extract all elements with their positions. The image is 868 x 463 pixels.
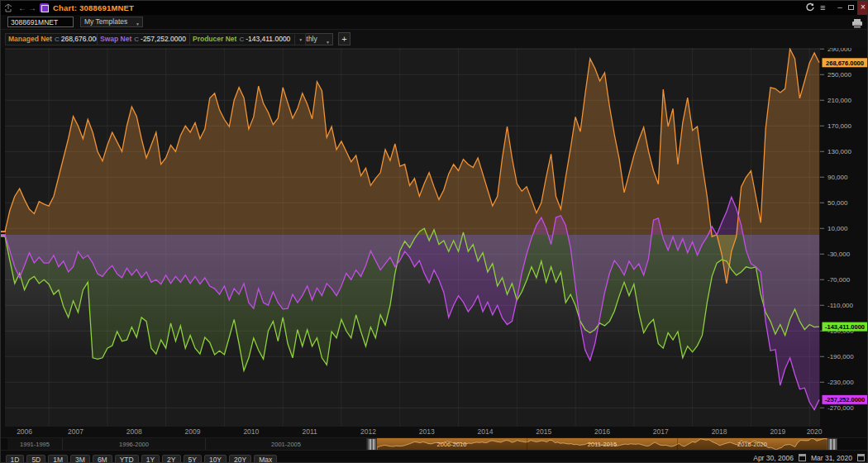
legend-series-value: -143,411.0000 <box>246 35 290 43</box>
y-axis-label: -230,000 <box>827 379 854 386</box>
legend-prefix: C <box>55 36 60 43</box>
menu-icon[interactable]: ≡ <box>820 3 825 12</box>
back-arrow-icon[interactable]: ← <box>18 3 26 12</box>
period-button-3m[interactable]: 3M <box>70 455 90 463</box>
chart-app-icon <box>40 3 49 12</box>
security-input[interactable] <box>7 17 74 27</box>
x-axis-year-label: 2018 <box>712 427 727 436</box>
chevron-down-icon[interactable]: ▼ <box>294 35 303 45</box>
main-chart[interactable]: 290,000250,000210,000170,000130,00090,00… <box>1 1 868 463</box>
y-axis-label: 90,000 <box>827 174 848 181</box>
x-axis-year-label: 2006 <box>17 427 32 436</box>
period-buttons: 1D5D1M3M6MYTD1Y2Y5Y10Y20YMax <box>4 451 279 463</box>
period-button-6m[interactable]: 6M <box>93 455 112 463</box>
templates-dropdown[interactable]: My Templates ▼ <box>80 17 143 27</box>
x-axis-year-label: 2020 <box>807 427 823 436</box>
y-axis-label: -30,000 <box>827 251 851 258</box>
window-title: Chart: 3088691MNET <box>53 3 134 12</box>
selector-segment-1996-2000[interactable]: 1996-2000 <box>63 438 206 451</box>
y-axis-label: -110,000 <box>827 302 854 309</box>
legend-prefix: C <box>239 36 244 43</box>
legend-item-swap-net[interactable]: Swap NetC-257,252.0000▼ <box>97 33 202 45</box>
period-button-1m[interactable]: 1M <box>48 455 68 463</box>
templates-label: My Templates <box>84 17 127 26</box>
restore-button[interactable] <box>846 1 857 15</box>
legend-row: Monthly ▼ + Managed NetC268,676.0000▼Swa… <box>1 30 868 48</box>
y-axis-label: 10,000 <box>827 225 848 232</box>
period-button-1y[interactable]: 1Y <box>141 455 160 463</box>
y-axis-label: 130,000 <box>827 148 851 155</box>
nav-row: My Templates ▼ <box>1 15 868 30</box>
legend-prefix: C <box>134 36 139 43</box>
y-axis-label: 250,000 <box>827 71 851 79</box>
chart-window: 290,000250,000210,000170,000130,00090,00… <box>0 0 868 463</box>
x-axis-year-label: 2009 <box>185 427 201 436</box>
y-axis-label: 50,000 <box>827 199 848 207</box>
end-date[interactable]: Mar 31, 2020 <box>811 454 852 462</box>
selector-grip-handle[interactable] <box>367 438 377 451</box>
x-axis-year-label: 2013 <box>419 427 435 436</box>
x-axis-year-label: 2016 <box>594 427 610 436</box>
selector-grip-handle[interactable] <box>827 438 837 451</box>
minimize-button[interactable]: – <box>834 1 846 15</box>
chevron-down-icon: ▼ <box>326 37 330 48</box>
calendar-icon[interactable] <box>857 454 865 461</box>
chevron-down-icon: ▼ <box>136 20 140 29</box>
selector-segment-1991-1995[interactable]: 1991-1995 <box>7 438 63 451</box>
selector-segment-2011-2015[interactable]: 2011-2015 <box>527 438 678 451</box>
x-axis-year-label: 2011 <box>302 427 317 436</box>
legend-series-value: -257,252.0000 <box>141 35 186 43</box>
y-axis-label: 170,000 <box>827 122 851 130</box>
selector-segment-2006-2010[interactable]: 2006-2010 <box>377 438 527 451</box>
title-bar: ← → Chart: 3088691MNET ≡ – × <box>1 1 868 15</box>
calendar-icon[interactable] <box>799 454 806 461</box>
x-axis-year-label: 2017 <box>653 427 669 436</box>
x-axis-year-label: 2012 <box>360 427 376 436</box>
last-value-label: -257,252.0000 <box>825 396 865 403</box>
refresh-icon[interactable] <box>805 2 815 14</box>
legend-item-producer-net[interactable]: Producer NetC-143,411.0000▼ <box>189 33 306 45</box>
legend-series-name: Managed Net <box>8 35 52 43</box>
period-button-5d[interactable]: 5D <box>26 455 45 463</box>
period-button-2y[interactable]: 2Y <box>162 455 180 463</box>
range-selector[interactable]: 1991-19951996-20002001-20052006-20102011… <box>1 437 868 450</box>
link-icon[interactable] <box>4 3 12 14</box>
close-button[interactable]: × <box>857 1 868 15</box>
x-axis-year-label: 2019 <box>770 427 785 436</box>
period-button-1d[interactable]: 1D <box>6 455 25 463</box>
y-axis-label: 210,000 <box>827 97 851 104</box>
last-value-label: 268,676.0000 <box>826 60 864 67</box>
date-range: Apr 30, 2006 Mar 31, 2020 <box>753 451 865 463</box>
last-value-label: -143,411.0000 <box>825 323 865 331</box>
legend-series-name: Swap Net <box>100 35 131 43</box>
forward-arrow-icon[interactable]: → <box>28 3 36 12</box>
period-button-10y[interactable]: 10Y <box>204 455 227 463</box>
add-series-button[interactable]: + <box>338 32 351 45</box>
selector-segment-2001-2005[interactable]: 2001-2005 <box>206 438 367 451</box>
y-axis-label: -270,000 <box>827 404 854 412</box>
x-axis-year-label: 2007 <box>68 427 83 436</box>
x-axis-year-label: 2015 <box>536 427 551 436</box>
y-axis-label: -70,000 <box>827 276 851 284</box>
bottom-toolbar: 1D5D1M3M6MYTD1Y2Y5Y10Y20YMax Apr 30, 200… <box>1 450 868 463</box>
period-button-ytd[interactable]: YTD <box>115 455 139 463</box>
legend-series-name: Producer Net <box>193 35 236 43</box>
x-axis-year-label: 2008 <box>126 427 142 436</box>
x-axis-year-label: 2010 <box>243 427 259 436</box>
x-axis-year-label: 2014 <box>478 427 494 436</box>
y-axis-label: -190,000 <box>827 353 854 360</box>
period-button-20y[interactable]: 20Y <box>229 455 251 463</box>
selector-segment-2016-2020[interactable]: 2016-2020 <box>678 438 827 451</box>
period-button-max[interactable]: Max <box>254 455 277 463</box>
period-button-5y[interactable]: 5Y <box>184 455 202 463</box>
start-date[interactable]: Apr 30, 2006 <box>753 454 794 462</box>
